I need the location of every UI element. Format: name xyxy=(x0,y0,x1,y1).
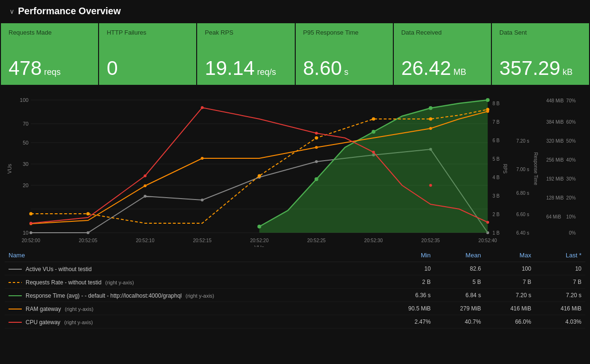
metric-card-peak-rps: Peak RPS 19.14 req/s xyxy=(197,23,294,85)
legend-line: Active VUs - without testid xyxy=(9,266,91,273)
svg-point-80 xyxy=(315,146,318,149)
svg-point-74 xyxy=(372,118,375,121)
svg-text:20:52:05: 20:52:05 xyxy=(79,238,97,243)
svg-text:70: 70 xyxy=(23,121,28,127)
metric-card-data-received: Data Received 26.42 MB xyxy=(394,23,491,85)
svg-text:7.20 s: 7.20 s xyxy=(516,138,529,144)
svg-text:VUs: VUs xyxy=(254,245,264,247)
svg-text:20: 20 xyxy=(23,182,28,188)
svg-text:7 B: 7 B xyxy=(492,119,499,125)
svg-text:448 MiB: 448 MiB xyxy=(546,98,564,103)
svg-text:0%: 0% xyxy=(569,230,576,236)
svg-text:20:52:15: 20:52:15 xyxy=(193,238,211,243)
legend-header-last: Last * xyxy=(535,249,585,262)
legend-name-cell: CPU gateway (right y-axis) xyxy=(5,315,381,328)
svg-text:6.60 s: 6.60 s xyxy=(516,212,529,217)
legend-line-sample xyxy=(9,322,22,323)
metric-value: 8.60 s xyxy=(303,57,385,79)
svg-text:128 MiB: 128 MiB xyxy=(546,195,564,200)
metric-label: HTTP Failures xyxy=(107,29,189,36)
legend-line: Response Time (avg) - - default - http:/… xyxy=(9,292,214,299)
svg-text:RPS: RPS xyxy=(502,164,508,174)
svg-text:192 MiB: 192 MiB xyxy=(546,176,564,182)
svg-point-69 xyxy=(486,98,490,102)
svg-text:50%: 50% xyxy=(566,138,576,144)
legend-last: 4.03% xyxy=(535,315,585,328)
legend-header-max: Max xyxy=(485,249,535,262)
svg-text:60%: 60% xyxy=(566,119,576,125)
svg-point-68 xyxy=(429,106,433,110)
chart-section: 100 70 50 30 20 10 VUs 1 B 2 B 3 B 4 B 5… xyxy=(0,86,590,328)
legend-last: 10 xyxy=(535,262,585,275)
svg-text:20%: 20% xyxy=(566,195,576,200)
svg-text:256 MiB: 256 MiB xyxy=(546,157,564,163)
svg-point-67 xyxy=(372,130,375,134)
legend-min: 10 xyxy=(381,262,435,275)
legend-row: Active VUs - without testid 10 82.6 100 … xyxy=(5,262,585,275)
svg-point-72 xyxy=(258,174,261,178)
legend-right-label: (right y-axis) xyxy=(65,306,94,312)
header: ∨ Performance Overview xyxy=(0,0,590,22)
performance-chart: 100 70 50 30 20 10 VUs 1 B 2 B 3 B 4 B 5… xyxy=(5,91,585,247)
chart-container: 100 70 50 30 20 10 VUs 1 B 2 B 3 B 4 B 5… xyxy=(5,91,585,247)
legend-name-cell: RAM gateway (right y-axis) xyxy=(5,302,381,315)
svg-text:20:52:25: 20:52:25 xyxy=(307,238,326,243)
legend-header-name: Name xyxy=(5,249,381,262)
legend-last: 7.20 s xyxy=(535,289,585,302)
legend-row: Response Time (avg) - - default - http:/… xyxy=(5,289,585,302)
metric-card-p95-response: P95 Response Time 8.60 s xyxy=(296,23,393,85)
legend-series-name: Requests Rate - without testid xyxy=(26,279,101,286)
metric-value: 19.14 req/s xyxy=(205,57,287,79)
svg-point-55 xyxy=(29,231,32,234)
legend-name-cell: Requests Rate - without testid (right y-… xyxy=(5,275,381,289)
legend-line: CPU gateway (right y-axis) xyxy=(9,319,93,326)
metric-value: 478 reqs xyxy=(9,57,91,79)
svg-point-58 xyxy=(201,199,204,201)
svg-text:10: 10 xyxy=(23,230,28,236)
legend-row: RAM gateway (right y-axis) 90.5 MiB 279 … xyxy=(5,302,585,315)
legend-line-sample xyxy=(9,269,22,270)
svg-text:2 B: 2 B xyxy=(492,212,499,217)
svg-text:30%: 30% xyxy=(566,176,576,182)
legend-line-sample xyxy=(9,295,22,296)
svg-point-85 xyxy=(201,106,204,109)
svg-point-79 xyxy=(201,157,204,160)
svg-text:7.00 s: 7.00 s xyxy=(516,167,529,172)
legend-line-sample xyxy=(9,282,22,283)
legend-right-label: (right y-axis) xyxy=(186,293,215,299)
svg-point-86 xyxy=(315,132,318,135)
svg-text:20:52:30: 20:52:30 xyxy=(364,238,383,243)
metric-unit: s xyxy=(342,67,348,77)
metric-label: Data Sent xyxy=(499,29,581,36)
svg-text:4 B: 4 B xyxy=(492,175,499,180)
svg-point-83 xyxy=(29,222,32,225)
svg-text:20:52:00: 20:52:00 xyxy=(22,238,40,243)
legend-name-cell: Response Time (avg) - - default - http:/… xyxy=(5,289,381,302)
svg-text:50: 50 xyxy=(23,140,28,146)
legend-line-sample xyxy=(9,309,22,309)
svg-point-66 xyxy=(315,177,318,181)
svg-text:8 B: 8 B xyxy=(492,101,499,106)
svg-text:1 B: 1 B xyxy=(492,230,499,236)
svg-text:10%: 10% xyxy=(566,214,576,219)
svg-text:VUs: VUs xyxy=(7,164,12,173)
legend-header-mean: Mean xyxy=(435,249,485,262)
svg-text:384 MiB: 384 MiB xyxy=(546,119,564,125)
legend-series-name: RAM gateway xyxy=(26,306,61,312)
svg-text:6.40 s: 6.40 s xyxy=(516,230,529,236)
svg-point-78 xyxy=(144,184,146,187)
legend-max: 416 MiB xyxy=(485,302,535,315)
legend-max: 7 B xyxy=(485,275,535,289)
svg-point-57 xyxy=(144,195,146,198)
legend-max: 66.0% xyxy=(485,315,535,328)
legend-max: 7.20 s xyxy=(485,289,535,302)
svg-text:20:52:40: 20:52:40 xyxy=(479,238,497,243)
svg-point-56 xyxy=(87,231,90,234)
page-title: Performance Overview xyxy=(18,6,121,17)
legend-min: 2.47% xyxy=(381,315,435,328)
legend-min: 90.5 MiB xyxy=(381,302,435,315)
svg-text:Response Time: Response Time xyxy=(533,152,538,185)
svg-point-87 xyxy=(372,151,375,154)
legend-right-label: (right y-axis) xyxy=(64,319,93,325)
legend-min: 6.36 s xyxy=(381,289,435,302)
